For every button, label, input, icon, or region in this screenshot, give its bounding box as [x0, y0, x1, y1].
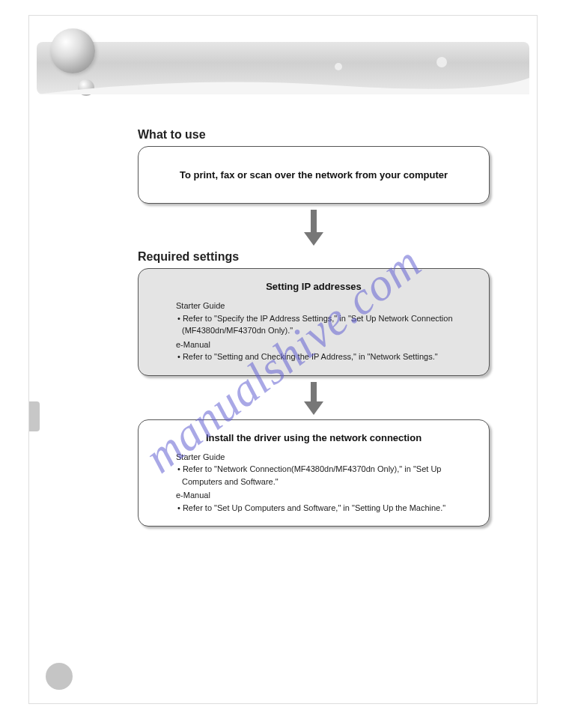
what-to-use-heading: To print, fax or scan over the network f… — [153, 169, 474, 181]
what-to-use-box: To print, fax or scan over the network f… — [138, 146, 490, 204]
ip-box-body: Starter Guide • Refer to "Specify the IP… — [153, 300, 474, 363]
side-tab-marker — [29, 401, 40, 431]
dot-decoration — [436, 57, 447, 67]
sphere-decoration-large — [50, 28, 95, 73]
section-title-what-to-use: What to use — [138, 128, 490, 142]
svg-rect-2 — [311, 382, 317, 403]
ip-addresses-box: Setting IP addresses Starter Guide • Ref… — [138, 268, 490, 376]
section-title-required-settings: Required settings — [138, 250, 490, 264]
page-number-circle — [46, 663, 73, 690]
svg-marker-1 — [304, 232, 323, 246]
emanual-item: • Refer to "Setting and Checking the IP … — [176, 351, 474, 363]
emanual-label: e-Manual — [176, 489, 474, 502]
svg-rect-0 — [311, 210, 317, 234]
dot-decoration — [335, 63, 342, 70]
swoosh-decoration — [37, 72, 529, 94]
main-content: What to use To print, fax or scan over t… — [138, 128, 490, 527]
emanual-item: • Refer to "Set Up Computers and Softwar… — [176, 502, 474, 515]
install-box-heading: Install the driver using the network con… — [153, 432, 474, 443]
starter-guide-item: • Refer to "Specify the IP Address Setti… — [176, 312, 474, 337]
ip-box-heading: Setting IP addresses — [153, 281, 474, 292]
arrow-down-icon — [138, 382, 490, 415]
arrow-down-icon — [138, 210, 490, 246]
svg-marker-3 — [304, 401, 323, 415]
starter-guide-label: Starter Guide — [176, 300, 474, 312]
header-banner — [37, 42, 529, 94]
install-driver-box: Install the driver using the network con… — [138, 419, 490, 527]
starter-guide-label: Starter Guide — [176, 451, 474, 464]
document-page: What to use To print, fax or scan over t… — [28, 15, 538, 704]
emanual-label: e-Manual — [176, 339, 474, 351]
starter-guide-item: • Refer to "Network Connection(MF4380dn/… — [176, 463, 474, 488]
install-box-body: Starter Guide • Refer to "Network Connec… — [153, 451, 474, 515]
